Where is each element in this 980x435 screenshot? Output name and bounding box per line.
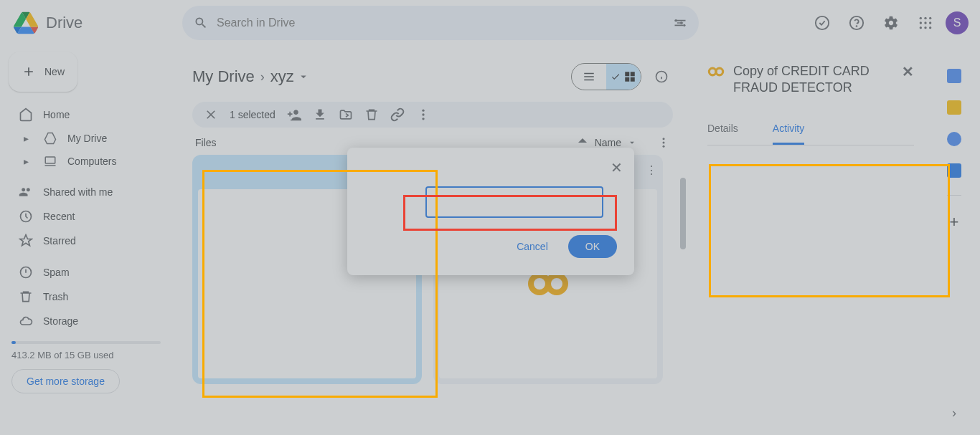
modal-backdrop [0, 0, 980, 435]
